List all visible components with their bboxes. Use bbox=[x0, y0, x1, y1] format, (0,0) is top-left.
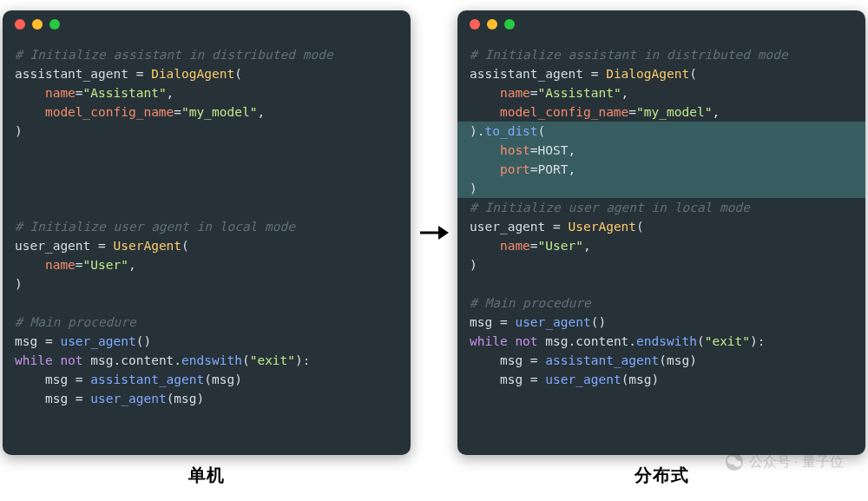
caption-right: 分布式 bbox=[635, 464, 689, 487]
code-line: # Initialize user agent in local mode bbox=[15, 217, 398, 236]
code-line: while not msg.content.endswith("exit"): bbox=[470, 332, 853, 351]
code-window-left: # Initialize assistant in distributed mo… bbox=[3, 10, 411, 455]
code-line: . bbox=[15, 293, 398, 313]
code-line: # Main procedure bbox=[470, 293, 853, 313]
code-line: . bbox=[15, 141, 398, 160]
code-line: ).to_dist( bbox=[470, 122, 853, 141]
code-line: # Main procedure bbox=[15, 313, 398, 332]
code-line: . bbox=[15, 160, 398, 179]
minimize-icon bbox=[32, 19, 43, 30]
window-titlebar bbox=[457, 10, 865, 38]
caption-left: 单机 bbox=[188, 464, 225, 487]
code-line: name="Assistant", bbox=[15, 83, 398, 102]
code-line: msg = user_agent() bbox=[470, 313, 853, 332]
code-line: user_agent = UserAgent( bbox=[15, 236, 398, 255]
close-icon bbox=[470, 19, 480, 30]
code-line: . bbox=[15, 198, 398, 217]
code-line: model_config_name="my_model", bbox=[15, 102, 398, 122]
code-line: # Initialize assistant in distributed mo… bbox=[470, 45, 853, 64]
arrow-icon bbox=[419, 10, 449, 455]
code-line: ) bbox=[15, 122, 398, 141]
code-line: . bbox=[15, 179, 398, 198]
code-line: ) bbox=[470, 179, 853, 198]
zoom-icon bbox=[49, 19, 60, 30]
right-panel: # Initialize assistant in distributed mo… bbox=[457, 10, 865, 487]
code-line: while not msg.content.endswith("exit"): bbox=[15, 351, 398, 370]
minimize-icon bbox=[487, 19, 497, 30]
left-panel: # Initialize assistant in distributed mo… bbox=[3, 10, 411, 487]
code-line: msg = assistant_agent(msg) bbox=[470, 351, 853, 370]
code-window-right: # Initialize assistant in distributed mo… bbox=[457, 10, 865, 455]
code-line: . bbox=[470, 274, 853, 293]
code-line: assistant_agent = DialogAgent( bbox=[15, 64, 398, 83]
code-line: ) bbox=[15, 274, 398, 293]
code-line: name="User", bbox=[470, 236, 853, 255]
code-body-right: # Initialize assistant in distributed mo… bbox=[457, 38, 865, 401]
code-line: model_config_name="my_model", bbox=[470, 102, 853, 122]
code-line: port=PORT, bbox=[470, 160, 853, 179]
window-titlebar bbox=[3, 10, 411, 38]
code-line: ) bbox=[470, 255, 853, 274]
code-line: name="User", bbox=[15, 255, 398, 274]
code-body-left: # Initialize assistant in distributed mo… bbox=[3, 38, 411, 420]
code-line: msg = user_agent(msg) bbox=[15, 389, 398, 408]
close-icon bbox=[15, 19, 25, 30]
code-line: msg = user_agent(msg) bbox=[470, 370, 853, 389]
code-line: # Initialize user agent in local mode bbox=[470, 198, 853, 217]
code-line: msg = user_agent() bbox=[15, 332, 398, 351]
code-line: # Initialize assistant in distributed mo… bbox=[15, 45, 398, 64]
zoom-icon bbox=[504, 19, 515, 30]
code-line: host=HOST, bbox=[470, 141, 853, 160]
svg-marker-1 bbox=[438, 226, 449, 240]
code-line: assistant_agent = DialogAgent( bbox=[470, 64, 853, 83]
code-line: name="Assistant", bbox=[470, 83, 853, 102]
code-line: user_agent = UserAgent( bbox=[470, 217, 853, 236]
code-line: msg = assistant_agent(msg) bbox=[15, 370, 398, 389]
